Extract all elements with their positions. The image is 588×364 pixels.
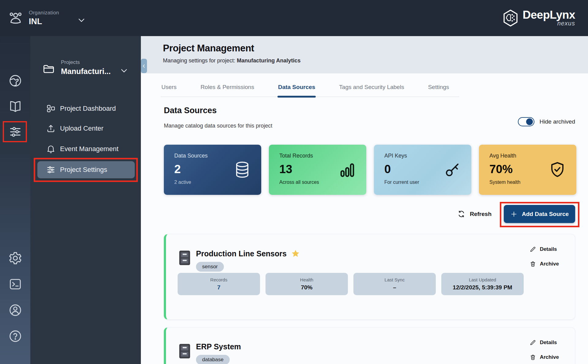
sliders-icon[interactable] <box>8 124 23 139</box>
app-root: Organization INL DeepLynx nexus <box>0 0 588 364</box>
brand-name: DeepLynx <box>523 9 575 20</box>
data-source-card: Production Line Sensors sensor Records 7 <box>164 234 575 320</box>
pencil-icon <box>530 339 536 346</box>
page-subtitle-prefix: Managing settings for project: <box>163 58 237 64</box>
source-stat-value: 12/2/2025, 5:39:39 PM <box>453 284 512 291</box>
tab-tags-security-labels[interactable]: Tags and Security Labels <box>338 82 405 97</box>
dashboard-icon <box>46 104 56 113</box>
source-stat-label: Health <box>300 277 313 282</box>
terminal-icon[interactable] <box>8 277 23 292</box>
stat-caption: 2 active <box>174 180 251 185</box>
sidebar-item-project-settings[interactable]: Project Settings <box>37 161 135 178</box>
brain-hexagon-icon <box>502 9 519 27</box>
trash-icon <box>530 354 536 361</box>
section-title: Data Sources <box>164 106 272 115</box>
archive-label: Archive <box>540 261 559 267</box>
source-stat-row: Records 7 Health 70% Last Sync – Last Up… <box>178 273 524 295</box>
topbar: Organization INL DeepLynx nexus <box>0 0 588 36</box>
details-button[interactable]: Details <box>530 339 557 346</box>
sidebar-item-event-management[interactable]: Event Management <box>37 140 135 158</box>
brand-logo: DeepLynx nexus <box>502 9 575 27</box>
sidebar-item-project-dashboard[interactable]: Project Dashboard <box>37 100 135 117</box>
file-cabinet-icon <box>179 250 190 266</box>
source-stat-value: – <box>393 284 396 291</box>
details-label: Details <box>540 246 557 252</box>
sidebar-collapse-button[interactable] <box>141 59 147 73</box>
archive-label: Archive <box>540 354 559 360</box>
organization-name: INL <box>29 17 59 26</box>
current-project-name: Manufacturi... <box>61 67 111 76</box>
source-stat-label: Last Sync <box>385 277 405 282</box>
source-name: ERP System <box>196 342 241 351</box>
source-tag: sensor <box>196 262 224 272</box>
section-subtitle: Manage catalog data sources for this pro… <box>164 123 272 129</box>
refresh-icon <box>457 210 466 218</box>
gear-icon[interactable] <box>8 251 23 266</box>
database-icon <box>233 161 251 179</box>
sliders-icon <box>46 165 56 175</box>
page-subtitle-project: Manufacturing Analytics <box>237 58 300 64</box>
source-stat-health: Health 70% <box>266 273 348 295</box>
shield-check-icon <box>548 161 567 179</box>
archive-button[interactable]: Archive <box>530 261 559 267</box>
stat-label: API Keys <box>384 153 461 159</box>
tab-users[interactable]: Users <box>161 82 177 97</box>
source-stat-last-updated: Last Updated 12/2/2025, 5:39:39 PM <box>441 273 524 295</box>
refresh-button[interactable]: Refresh <box>457 210 492 218</box>
source-stat-value: 7 <box>217 284 221 291</box>
chevron-down-icon <box>77 16 86 25</box>
stat-caption: System health <box>489 180 566 185</box>
stat-caption: Across all sources <box>279 180 356 185</box>
source-stat-last-sync: Last Sync – <box>353 273 436 295</box>
bell-icon <box>46 144 56 154</box>
pencil-icon <box>530 246 536 253</box>
stat-label: Total Records <box>279 153 356 159</box>
source-stat-label: Records <box>210 277 228 282</box>
sidebar-item-label: Project Settings <box>60 166 107 174</box>
hide-archived-label: Hide archived <box>540 118 575 125</box>
globe-icon[interactable] <box>8 73 23 88</box>
source-stat-label: Last Updated <box>469 277 496 282</box>
brand-subname: nexus <box>557 20 575 27</box>
data-source-card: ERP System database Details <box>164 327 575 364</box>
file-cabinet-icon <box>179 344 190 359</box>
refresh-label: Refresh <box>470 211 492 217</box>
stat-caption: For current user <box>384 180 461 185</box>
page-subtitle: Managing settings for project: Manufactu… <box>163 58 588 64</box>
stat-card-total-records: Total Records 13 Across all sources <box>269 145 366 195</box>
key-icon <box>443 161 462 179</box>
chevron-down-icon <box>119 66 129 75</box>
section-header: Data Sources Manage catalog data sources… <box>164 106 575 129</box>
star-icon <box>291 249 300 258</box>
tab-settings[interactable]: Settings <box>428 82 450 97</box>
add-data-source-label: Add Data Source <box>522 211 569 217</box>
projects-label: Projects <box>61 59 111 65</box>
tab-data-sources[interactable]: Data Sources <box>277 82 316 97</box>
stat-card-api-keys: API Keys 0 For current user <box>374 145 471 195</box>
archive-button[interactable]: Archive <box>530 354 559 361</box>
details-button[interactable]: Details <box>530 246 557 253</box>
sidebar: Projects Manufacturi... Project Dashboar… <box>30 36 141 364</box>
stat-label: Data Sources <box>174 153 251 159</box>
tab-roles-permissions[interactable]: Roles & Permissions <box>200 82 255 97</box>
sidebar-item-label: Project Dashboard <box>60 105 116 113</box>
main-content: Project Management Managing settings for… <box>141 36 588 364</box>
source-tag: database <box>196 355 230 364</box>
hide-archived-toggle[interactable] <box>518 117 534 126</box>
project-selector[interactable]: Projects Manufacturi... <box>42 59 129 76</box>
stat-label: Avg Health <box>489 153 566 159</box>
upload-icon <box>46 124 56 133</box>
sidebar-item-label: Event Management <box>60 145 119 153</box>
stat-card-data-sources: Data Sources 2 2 active <box>164 145 261 195</box>
account-icon[interactable] <box>8 303 23 318</box>
sidebar-item-upload-center[interactable]: Upload Center <box>37 120 135 137</box>
book-icon[interactable] <box>8 99 23 114</box>
list-actions-row: Refresh Add Data Source <box>457 205 575 223</box>
source-stat-records: Records 7 <box>178 273 260 295</box>
add-data-source-button[interactable]: Add Data Source <box>504 205 575 223</box>
help-icon[interactable] <box>8 329 23 344</box>
stat-card-avg-health: Avg Health 70% System health <box>479 145 576 195</box>
source-name: Production Line Sensors <box>196 249 287 258</box>
sidebar-item-label: Upload Center <box>60 124 104 132</box>
organization-selector[interactable]: Organization INL <box>8 10 86 26</box>
